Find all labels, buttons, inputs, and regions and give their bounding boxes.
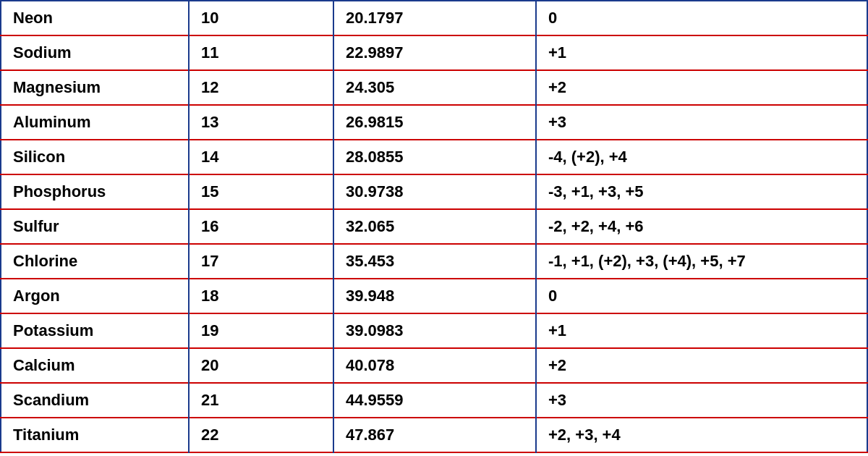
table-row: Sulfur1632.065-2, +2, +4, +6 xyxy=(1,209,867,244)
cell-oxidation: +2, +3, +4 xyxy=(536,418,867,452)
table-row: Chlorine1735.453-1, +1, (+2), +3, (+4), … xyxy=(1,244,867,279)
cell-weight: 28.0855 xyxy=(333,140,536,174)
cell-oxidation: +3 xyxy=(536,105,867,140)
cell-oxidation: +2 xyxy=(536,348,867,383)
table-row: Calcium2040.078+2 xyxy=(1,348,867,383)
table-row: Argon1839.9480 xyxy=(1,279,867,313)
cell-number: 11 xyxy=(189,35,333,70)
cell-number: 12 xyxy=(189,70,333,105)
table-row: Silicon1428.0855-4, (+2), +4 xyxy=(1,140,867,174)
cell-number: 13 xyxy=(189,105,333,140)
cell-number: 10 xyxy=(189,1,333,35)
cell-name: Calcium xyxy=(1,348,189,383)
cell-weight: 35.453 xyxy=(333,244,536,279)
cell-oxidation: -2, +2, +4, +6 xyxy=(536,209,867,244)
table-row: Aluminum1326.9815+3 xyxy=(1,105,867,140)
cell-number: 15 xyxy=(189,174,333,209)
cell-weight: 30.9738 xyxy=(333,174,536,209)
cell-name: Titanium xyxy=(1,418,189,452)
table-row: Titanium2247.867+2, +3, +4 xyxy=(1,418,867,452)
cell-name: Aluminum xyxy=(1,105,189,140)
cell-oxidation: 0 xyxy=(536,279,867,313)
table-row: Sodium1122.9897+1 xyxy=(1,35,867,70)
cell-weight: 26.9815 xyxy=(333,105,536,140)
periodic-table-container: Neon1020.17970Sodium1122.9897+1Magnesium… xyxy=(0,0,868,456)
cell-number: 18 xyxy=(189,279,333,313)
cell-number: 21 xyxy=(189,383,333,418)
cell-name: Chlorine xyxy=(1,244,189,279)
cell-weight: 24.305 xyxy=(333,70,536,105)
cell-weight: 32.065 xyxy=(333,209,536,244)
table-row: Neon1020.17970 xyxy=(1,1,867,35)
cell-number: 17 xyxy=(189,244,333,279)
cell-oxidation: +1 xyxy=(536,35,867,70)
cell-weight: 22.9897 xyxy=(333,35,536,70)
cell-oxidation: +3 xyxy=(536,383,867,418)
table-row: Scandium2144.9559+3 xyxy=(1,383,867,418)
cell-number: 19 xyxy=(189,313,333,348)
cell-weight: 40.078 xyxy=(333,348,536,383)
cell-name: Potassium xyxy=(1,313,189,348)
cell-weight: 47.867 xyxy=(333,418,536,452)
cell-name: Phosphorus xyxy=(1,174,189,209)
cell-weight: 39.0983 xyxy=(333,313,536,348)
cell-name: Scandium xyxy=(1,383,189,418)
cell-oxidation: +2 xyxy=(536,70,867,105)
cell-number: 22 xyxy=(189,418,333,452)
cell-name: Sulfur xyxy=(1,209,189,244)
cell-number: 16 xyxy=(189,209,333,244)
cell-weight: 39.948 xyxy=(333,279,536,313)
cell-name: Silicon xyxy=(1,140,189,174)
table-row: Potassium1939.0983+1 xyxy=(1,313,867,348)
cell-weight: 20.1797 xyxy=(333,1,536,35)
cell-weight: 44.9559 xyxy=(333,383,536,418)
cell-name: Neon xyxy=(1,1,189,35)
cell-oxidation: -1, +1, (+2), +3, (+4), +5, +7 xyxy=(536,244,867,279)
cell-oxidation: -3, +1, +3, +5 xyxy=(536,174,867,209)
cell-number: 14 xyxy=(189,140,333,174)
cell-name: Argon xyxy=(1,279,189,313)
cell-name: Sodium xyxy=(1,35,189,70)
table-row: Phosphorus1530.9738-3, +1, +3, +5 xyxy=(1,174,867,209)
table-row: Magnesium1224.305+2 xyxy=(1,70,867,105)
cell-oxidation: 0 xyxy=(536,1,867,35)
elements-table: Neon1020.17970Sodium1122.9897+1Magnesium… xyxy=(0,0,868,453)
cell-number: 20 xyxy=(189,348,333,383)
cell-oxidation: +1 xyxy=(536,313,867,348)
cell-name: Magnesium xyxy=(1,70,189,105)
cell-oxidation: -4, (+2), +4 xyxy=(536,140,867,174)
